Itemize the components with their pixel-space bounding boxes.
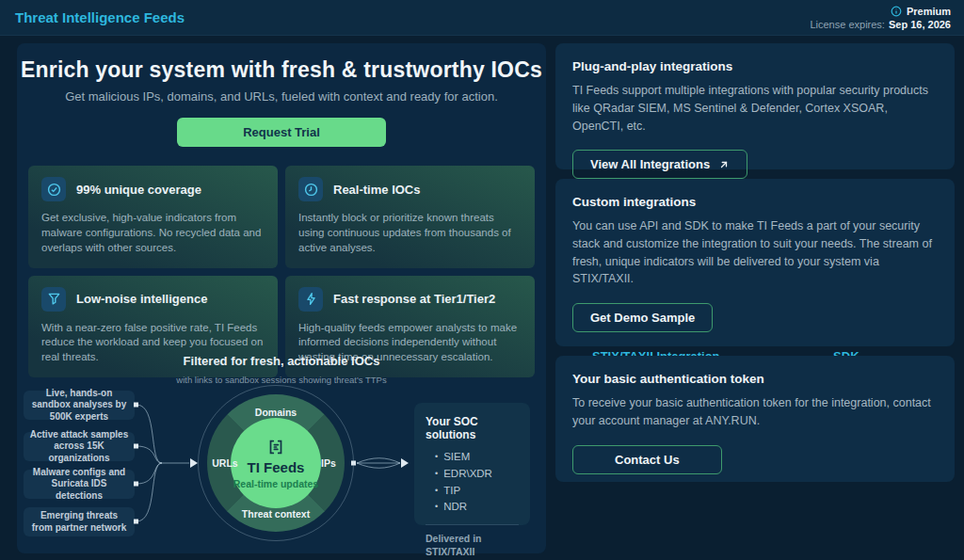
clock-icon <box>298 177 323 201</box>
hub-label-threat-context: Threat context <box>242 508 310 520</box>
view-all-integrations-button[interactable]: View All Integrations <box>572 150 747 179</box>
card-auth-token: Your basic authentication token To recei… <box>555 356 955 482</box>
source-box-partners: Emerging threats from partner network <box>24 507 135 536</box>
info-icon[interactable] <box>891 6 902 17</box>
soc-title: Your SOC solutions <box>426 415 519 441</box>
page-title: Threat Intelligence Feeds <box>15 9 185 25</box>
funnel-icon <box>41 287 66 312</box>
request-trial-button[interactable]: Request Trial <box>177 118 386 147</box>
hub-core: TI Feeds Real-time updates <box>231 418 321 508</box>
overview-panel: Enrich your system with fresh & trustwor… <box>17 43 546 553</box>
source-box-sandbox: Live, hands-on sandbox analyses by 500K … <box>24 391 135 420</box>
get-demo-sample-button[interactable]: Get Demo Sample <box>572 303 713 332</box>
hub-label-urls: URLs <box>212 457 237 469</box>
button-label: Get Demo Sample <box>590 311 695 325</box>
soc-divider <box>426 524 519 525</box>
feature-title: Real-time IOCs <box>333 183 420 197</box>
license-label: License expires: <box>810 19 885 30</box>
card-title: Plug-and-play integrations <box>572 59 938 73</box>
soc-item: NDR <box>435 499 519 516</box>
source-box-samples: Active attack samples across 15K organiz… <box>24 432 135 461</box>
feature-title: Low-noise intelligence <box>76 292 207 306</box>
source-box-configs: Malware configs and Suricata IDS detecti… <box>24 470 135 499</box>
soc-item: SIEM <box>435 449 519 466</box>
license-info: Premium License expires:Sep 16, 2026 <box>810 5 951 31</box>
main-content: Enrich your system with fresh & trustwor… <box>0 36 964 560</box>
plan-badge: Premium <box>907 5 951 18</box>
feature-body: Get exclusive, high-value indicators fro… <box>41 211 265 256</box>
hub-label-domains: Domains <box>255 407 297 418</box>
card-body: To receive your basic authentication tok… <box>572 394 938 430</box>
feature-card-realtime-iocs: Real-time IOCs Instantly block or priori… <box>285 166 535 268</box>
license-value: Sep 16, 2026 <box>889 19 951 30</box>
integrations-column: Plug-and-play integrations TI Feeds supp… <box>555 43 955 482</box>
feature-body: Instantly block or prioritize known thre… <box>298 211 522 256</box>
feature-title: 99% unique coverage <box>76 183 201 197</box>
button-label: Contact Us <box>615 453 680 467</box>
feature-card-unique-coverage: 99% unique coverage Get exclusive, high-… <box>28 166 278 268</box>
hero-title: Enrich your system with fresh & trustwor… <box>17 57 546 83</box>
header: Threat Intelligence Feeds Premium Licens… <box>0 0 964 36</box>
ti-feeds-page: Threat Intelligence Feeds Premium Licens… <box>0 0 964 560</box>
soc-list: SIEM EDR\XDR TIP NDR <box>426 449 519 516</box>
card-title: Your basic authentication token <box>572 372 938 386</box>
hero: Enrich your system with fresh & trustwor… <box>17 43 546 147</box>
hub-subtitle: Real-time updates <box>233 478 318 490</box>
feature-grid: 99% unique coverage Get exclusive, high-… <box>28 166 535 377</box>
hero-subtitle: Get malicious IPs, domains, and URLs, fu… <box>17 89 546 104</box>
hub-label-ips: IPs <box>321 457 336 469</box>
card-title: Custom integrations <box>572 195 938 209</box>
feeds-flow-diagram: Filtered for fresh, actionable IOCs with… <box>17 354 546 553</box>
diagram-title: Filtered for fresh, actionable IOCs <box>17 354 546 368</box>
soc-footer: Delivered in STIX/TAXII <box>426 533 499 558</box>
soc-item: TIP <box>435 483 519 500</box>
card-custom-integrations: Custom integrations You can use API and … <box>555 179 955 346</box>
soc-item: EDR\XDR <box>435 466 519 483</box>
card-plug-and-play: Plug-and-play integrations TI Feeds supp… <box>555 43 955 169</box>
feed-icon <box>265 437 286 457</box>
contact-us-button[interactable]: Contact Us <box>572 445 722 474</box>
card-body: TI Feeds support multiple integrations w… <box>572 82 938 135</box>
feature-title: Fast response at Tier1/Tier2 <box>333 292 495 306</box>
lightning-icon <box>298 287 323 312</box>
diagram-subtitle: with links to sandbox sessions showing t… <box>17 375 546 385</box>
button-label: View All Integrations <box>590 157 710 171</box>
soc-solutions-box: Your SOC solutions SIEM EDR\XDR TIP NDR … <box>414 403 530 525</box>
hub-title: TI Feeds <box>248 459 305 475</box>
card-body: You can use API and SDK to make TI Feeds… <box>572 217 938 288</box>
arrow-up-right-icon <box>718 159 730 170</box>
check-circle-icon <box>41 177 66 201</box>
